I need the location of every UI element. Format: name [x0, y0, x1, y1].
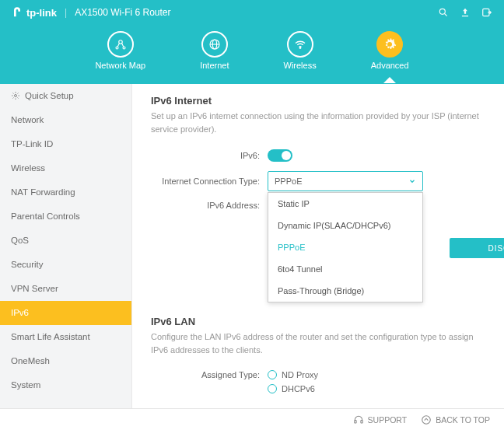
row-ipv6-toggle: IPv6: — [151, 149, 488, 162]
nav-wireless[interactable]: Wireless — [284, 31, 317, 70]
nav-advanced[interactable]: Advanced — [371, 31, 409, 70]
sidebar-item-label: Network — [11, 115, 44, 124]
sidebar-item-label: Smart Life Assistant — [11, 332, 90, 341]
svg-point-5 — [123, 47, 125, 49]
ipv6-address-label: IPv6 Address: — [151, 201, 268, 210]
svg-point-0 — [439, 9, 445, 14]
conn-type-select[interactable]: PPPoE — [268, 171, 423, 191]
option-pppoe[interactable]: PPPoE — [268, 236, 422, 258]
svg-point-10 — [15, 95, 17, 97]
support-button[interactable]: SUPPORT — [353, 414, 408, 425]
option-static-ip[interactable]: Static IP — [268, 193, 422, 215]
chevron-down-icon — [408, 177, 416, 185]
sidebar-item-label: NAT Forwarding — [11, 187, 75, 197]
brand-divider: | — [65, 7, 67, 18]
content: IPv6 Internet Set up an IPv6 internet co… — [132, 84, 504, 408]
logo: tp-link — [11, 6, 57, 19]
sidebar-item-label: TP-Link ID — [11, 139, 53, 149]
disconnect-button[interactable]: DISCONNECT — [450, 238, 504, 258]
sidebar: Quick Setup Network TP-Link ID Wireless … — [0, 84, 132, 408]
sidebar-item-system[interactable]: System — [0, 373, 131, 397]
radio-icon — [268, 370, 277, 379]
back-to-top-label: BACK TO TOP — [436, 415, 490, 425]
arrow-up-icon — [421, 414, 432, 425]
option-dynamic-ip[interactable]: Dynamic IP(SLAAC/DHCPv6) — [268, 215, 422, 236]
svg-point-4 — [116, 47, 118, 49]
sidebar-item-ipv6[interactable]: IPv6 — [0, 301, 131, 325]
sidebar-item-label: IPv6 — [11, 308, 29, 317]
internet-icon — [201, 31, 228, 58]
back-to-top-button[interactable]: BACK TO TOP — [421, 414, 490, 425]
sidebar-item-qos[interactable]: QoS — [0, 229, 131, 253]
sidebar-item-label: QoS — [11, 236, 29, 245]
logout-icon[interactable] — [481, 6, 493, 19]
conn-type-value: PPPoE — [275, 177, 302, 186]
svg-line-1 — [445, 14, 447, 16]
sidebar-item-security[interactable]: Security — [0, 253, 131, 277]
brand-text: tp-link — [26, 7, 57, 19]
sidebar-item-nat[interactable]: NAT Forwarding — [0, 180, 131, 205]
radio-nd-proxy[interactable]: ND Proxy — [268, 370, 318, 379]
nav-label: Wireless — [284, 61, 317, 70]
body: Quick Setup Network TP-Link ID Wireless … — [0, 84, 504, 408]
main-nav: Network Map Internet Wireless Advanced — [0, 31, 504, 70]
ipv6-lan-title: IPv6 LAN — [151, 316, 488, 327]
model-text: AX1500 Wi-Fi 6 Router — [75, 7, 170, 18]
svg-rect-11 — [354, 420, 355, 423]
ipv6-internet-desc: Set up an IPv6 internet connection using… — [151, 110, 488, 135]
sidebar-item-sla[interactable]: Smart Life Assistant — [0, 325, 131, 349]
conn-type-select-wrap: PPPoE Static IP Dynamic IP(SLAAC/DHCPv6)… — [268, 171, 423, 191]
search-icon[interactable] — [437, 6, 450, 19]
sidebar-item-network[interactable]: Network — [0, 108, 131, 132]
option-passthrough[interactable]: Pass-Through (Bridge) — [268, 280, 422, 302]
advanced-icon — [376, 31, 403, 58]
radio-label: DHCPv6 — [282, 384, 315, 393]
headset-icon — [353, 414, 364, 425]
network-map-icon — [107, 31, 134, 58]
nav-label: Internet — [200, 61, 229, 70]
upgrade-icon[interactable] — [459, 6, 471, 19]
sidebar-item-onemesh[interactable]: OneMesh — [0, 349, 131, 373]
support-label: SUPPORT — [368, 415, 408, 425]
sidebar-item-parental[interactable]: Parental Controls — [0, 205, 131, 229]
option-6to4[interactable]: 6to4 Tunnel — [268, 258, 422, 280]
row-assigned-type: Assigned Type: ND Proxy — [151, 370, 488, 379]
footer: SUPPORT BACK TO TOP — [0, 408, 504, 430]
radio-icon — [268, 384, 277, 393]
sidebar-item-label: System — [11, 380, 40, 390]
nav-label: Network Map — [95, 61, 145, 70]
radio-label: ND Proxy — [282, 370, 318, 379]
svg-rect-12 — [360, 420, 362, 423]
sidebar-item-quick-setup[interactable]: Quick Setup — [0, 84, 131, 108]
ipv6-lan-desc: Configure the LAN IPv6 address of the ro… — [151, 330, 488, 356]
ipv6-internet-title: IPv6 Internet — [151, 95, 488, 107]
sidebar-item-label: Wireless — [11, 163, 45, 173]
sidebar-item-tplinkid[interactable]: TP-Link ID — [0, 132, 131, 156]
sidebar-item-wireless[interactable]: Wireless — [0, 156, 131, 180]
sidebar-item-label: OneMesh — [11, 356, 50, 365]
assigned-type-label: Assigned Type: — [151, 370, 268, 379]
nav-internet[interactable]: Internet — [200, 31, 229, 70]
radio-dhcpv6[interactable]: DHCPv6 — [268, 384, 315, 393]
nav-label: Advanced — [371, 61, 409, 70]
brand-row: tp-link | AX1500 Wi-Fi 6 Router — [0, 0, 504, 25]
row-conn-type: Internet Connection Type: PPPoE Static I… — [151, 171, 488, 191]
svg-point-9 — [299, 47, 301, 49]
tplink-logo-icon — [11, 6, 23, 19]
svg-point-13 — [422, 415, 431, 424]
conn-type-label: Internet Connection Type: — [151, 177, 268, 186]
nav-network-map[interactable]: Network Map — [95, 31, 145, 70]
sidebar-item-vpn[interactable]: VPN Server — [0, 277, 131, 301]
wireless-icon — [287, 31, 313, 58]
ipv6-toggle[interactable] — [268, 149, 292, 162]
sidebar-item-label: Parental Controls — [11, 212, 80, 221]
ipv6-lan-block: IPv6 LAN Configure the LAN IPv6 address … — [151, 316, 488, 393]
ipv6-label: IPv6: — [151, 151, 268, 160]
sidebar-item-label: Security — [11, 260, 44, 269]
conn-type-dropdown: Static IP Dynamic IP(SLAAC/DHCPv6) PPPoE… — [268, 192, 423, 302]
gear-icon — [11, 91, 20, 100]
header-actions — [437, 6, 493, 19]
header: tp-link | AX1500 Wi-Fi 6 Router Network … — [0, 0, 504, 84]
sidebar-item-label: VPN Server — [11, 284, 58, 293]
row-assigned-type-2: DHCPv6 — [151, 384, 488, 393]
